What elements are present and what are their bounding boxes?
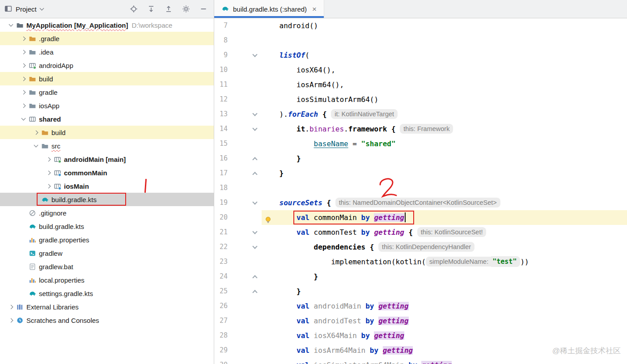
chevron-right-icon[interactable] — [21, 63, 25, 68]
code-text[interactable]: iosSimulatorArm64() — [262, 92, 627, 107]
tree-item-commonmain[interactable]: commonMain — [0, 166, 214, 179]
code-text[interactable]: iosX64(), — [262, 63, 627, 77]
tree-item-gradle-properties[interactable]: gradle.properties — [0, 233, 214, 246]
code-text[interactable]: val iosSimulatorArm64Main by getting — [262, 358, 627, 364]
tree-item-settings-gradle-kts[interactable]: settings.gradle.kts — [0, 287, 214, 300]
tree-item-gradlew[interactable]: gradlew — [0, 246, 214, 260]
code-line-19[interactable]: 19 sourceSets { this: NamedDomainObjectC… — [214, 195, 627, 210]
tree-item-external-libraries[interactable]: External Libraries — [0, 300, 214, 313]
fold-up-icon[interactable] — [252, 290, 257, 295]
code-line-13[interactable]: 13 ).forEach { it: KotlinNativeTarget — [214, 107, 627, 122]
chevron-down-icon[interactable] — [21, 116, 25, 121]
code-editor[interactable]: 7 android()89 listOf(10 iosX64(),11 iosA… — [214, 18, 627, 364]
chevron-right-icon[interactable] — [8, 305, 13, 309]
code-line-14[interactable]: 14 it.binaries.framework { this: Framewo… — [214, 122, 627, 136]
code-line-16[interactable]: 16 } — [214, 151, 627, 166]
code-line-9[interactable]: 9 listOf( — [214, 48, 627, 63]
tree-item-build[interactable]: build — [0, 126, 214, 139]
tab-build-gradle-kts[interactable]: build.gradle.kts (:shared) × — [214, 0, 324, 18]
code-line-18[interactable]: 18 — [214, 181, 627, 195]
code-text[interactable]: } — [262, 166, 627, 181]
code-line-25[interactable]: 25 } — [214, 284, 627, 299]
code-line-22[interactable]: 22 dependencies { this: KotlinDependency… — [214, 240, 627, 254]
tree-expander[interactable] — [19, 64, 28, 67]
tree-expander[interactable] — [44, 185, 53, 188]
fold-down-icon[interactable] — [252, 126, 257, 131]
tree-item-gradlew-bat[interactable]: gradlew.bat — [0, 260, 214, 273]
tree-expander[interactable] — [6, 24, 15, 26]
code-text[interactable]: val androidTest by getting — [262, 313, 627, 328]
tree-item-scratches-and-consoles[interactable]: Scratches and Consoles — [0, 313, 214, 327]
tree-expander[interactable] — [6, 305, 15, 309]
tree-expander[interactable] — [19, 37, 28, 40]
code-text[interactable]: } — [262, 284, 627, 299]
code-text[interactable]: dependencies { this: KotlinDependencyHan… — [262, 240, 627, 254]
chevron-down-icon[interactable] — [34, 143, 38, 148]
tree-item-src[interactable]: src — [0, 139, 214, 152]
tree-item-gradle[interactable]: gradle — [0, 85, 214, 99]
tree-item-myapplication-my-application[interactable]: MyApplication [My_Application]D:\workspa… — [0, 18, 214, 32]
fold-up-icon[interactable] — [252, 172, 257, 177]
tree-item-idea[interactable]: .idea — [0, 45, 214, 59]
code-text[interactable]: iosArm64(), — [262, 77, 627, 92]
tree-item-shared[interactable]: shared — [0, 112, 214, 126]
fold-down-icon[interactable] — [252, 111, 257, 116]
code-text[interactable]: } — [262, 269, 627, 284]
code-text[interactable] — [262, 181, 627, 195]
code-line-15[interactable]: 15 baseName = "shared" — [214, 136, 627, 151]
collapse-all-icon[interactable] — [165, 5, 173, 13]
tree-item-gitignore[interactable]: .gitignore — [0, 206, 214, 220]
tree-expander[interactable] — [19, 77, 28, 80]
chevron-right-icon[interactable] — [34, 130, 38, 135]
tree-expander[interactable] — [31, 145, 40, 147]
code-text[interactable]: val androidMain by getting — [262, 299, 627, 313]
code-text[interactable]: listOf( — [262, 48, 627, 63]
fold-down-icon[interactable] — [252, 52, 257, 57]
tree-item-local-properties[interactable]: local.properties — [0, 273, 214, 287]
tree-item-gradle[interactable]: .gradle — [0, 32, 214, 45]
chevron-right-icon[interactable] — [21, 36, 25, 41]
code-text[interactable]: val iosX64Main by getting — [262, 328, 627, 343]
code-text[interactable]: val commonTest by getting { this: Kotlin… — [262, 225, 627, 240]
chevron-right-icon[interactable] — [8, 318, 13, 322]
chevron-right-icon[interactable] — [21, 103, 25, 108]
tree-expander[interactable] — [19, 91, 28, 94]
tree-expander[interactable] — [6, 319, 15, 322]
code-line-8[interactable]: 8 — [214, 33, 627, 48]
tree-item-build-gradle-kts[interactable]: build.gradle.kts — [0, 193, 214, 206]
code-text[interactable]: sourceSets { this: NamedDomainObjectCont… — [262, 195, 627, 210]
chevron-right-icon[interactable] — [21, 90, 25, 94]
tree-item-iosmain[interactable]: iosMain — [0, 179, 214, 193]
code-line-28[interactable]: 28 val iosX64Main by getting — [214, 328, 627, 343]
code-text[interactable]: } — [262, 151, 627, 166]
settings-gear-icon[interactable] — [182, 5, 190, 13]
code-text[interactable]: ).forEach { it: KotlinNativeTarget — [262, 107, 627, 122]
tree-expander[interactable] — [19, 118, 28, 120]
chevron-right-icon[interactable] — [46, 170, 51, 175]
code-line-24[interactable]: 24 } — [214, 269, 627, 284]
chevron-down-icon[interactable] — [8, 22, 13, 27]
chevron-right-icon[interactable] — [46, 157, 51, 161]
chevron-right-icon[interactable] — [21, 50, 25, 54]
code-line-11[interactable]: 11 iosArm64(), — [214, 77, 627, 92]
chevron-down-icon[interactable] — [39, 6, 44, 11]
fold-down-icon[interactable] — [252, 199, 257, 204]
fold-down-icon[interactable] — [252, 244, 257, 249]
tree-expander[interactable] — [44, 171, 53, 174]
tree-expander[interactable] — [31, 131, 40, 134]
tree-item-build-gradle-kts[interactable]: build.gradle.kts — [0, 220, 214, 233]
fold-up-icon[interactable] — [252, 157, 257, 162]
tree-expander[interactable] — [19, 51, 28, 54]
hide-icon[interactable] — [199, 5, 208, 13]
code-line-12[interactable]: 12 iosSimulatorArm64() — [214, 92, 627, 107]
code-line-26[interactable]: 26 val androidMain by getting — [214, 299, 627, 313]
code-line-27[interactable]: 27 val androidTest by getting — [214, 313, 627, 328]
code-line-23[interactable]: 23 implementation(kotlin(simpleModuleNam… — [214, 254, 627, 269]
expand-all-icon[interactable] — [147, 5, 155, 13]
close-icon[interactable]: × — [312, 5, 317, 13]
code-text[interactable] — [262, 33, 627, 48]
chevron-right-icon[interactable] — [21, 76, 25, 81]
code-text[interactable]: val commonMain by getting — [262, 210, 627, 225]
code-line-30[interactable]: 30 val iosSimulatorArm64Main by getting — [214, 358, 627, 364]
locate-icon[interactable] — [130, 5, 138, 13]
